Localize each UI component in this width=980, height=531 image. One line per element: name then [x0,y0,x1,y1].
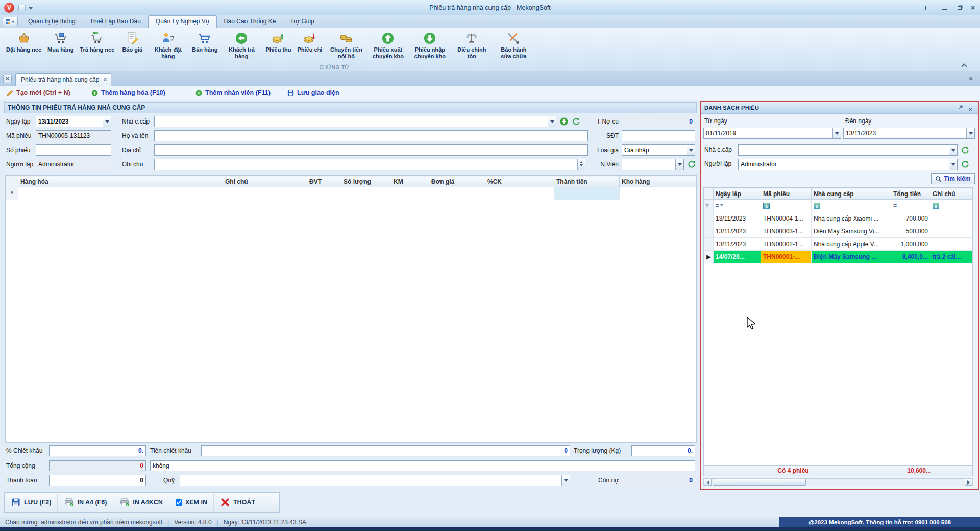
panel-nha-ccap-input[interactable] [738,144,958,156]
nguoi-lap-input[interactable] [36,159,111,170]
doc-tab-close-icon[interactable]: × [103,76,107,83]
tab-strip-close-button[interactable]: × [3,75,12,83]
xem-in-checkbox[interactable] [176,499,182,506]
quick-access-icon[interactable] [18,5,26,11]
receipt-row[interactable]: 13/11/2023 THN00002-1... Nhà cung cấp Ap… [704,238,973,251]
save-button[interactable]: LƯU (F2) [5,494,58,511]
cell-dvt[interactable] [307,187,341,200]
col-ghi-chu[interactable]: Ghi chú [930,188,964,200]
quick-access-caret-icon[interactable] [29,7,33,12]
ribbon-item-phieu-xuat-chuyen-kho[interactable]: Phiếu xuất chuyển kho [367,30,409,60]
thanh-toan-input[interactable] [49,475,146,486]
menu-tab-quan-ly-nghiep-vu[interactable]: Quản Lý Nghiệp Vụ [148,15,217,28]
n-vien-input[interactable] [622,159,684,170]
ngay-lap-input[interactable] [36,116,111,127]
receipt-row[interactable]: 13/11/2023 THN00004-1... Nhà cung cấp Xi… [704,212,973,225]
col-thanh-tien[interactable]: Thành tiền [554,176,620,187]
nha-ccap-combo[interactable] [154,116,556,127]
chevron-down-icon[interactable] [675,159,683,170]
scroll-right-button[interactable] [965,479,972,486]
new-button[interactable]: Tạo mới (Ctrl + N) [6,88,70,98]
nha-ccap-input[interactable] [154,116,556,127]
fullscreen-button[interactable] [921,3,935,13]
restore-button[interactable] [952,3,967,13]
panel-nguoi-lap-combo[interactable] [738,159,958,170]
ribbon-item-chuyen-tien-noi-bo[interactable]: Chuyển tiền nội bộ [325,30,367,60]
chevron-down-icon[interactable] [949,145,957,155]
col-ghi-chu[interactable]: Ghi chú [223,176,307,187]
doc-tab-phieu-tra-hang[interactable]: Phiếu trả hàng nhà cung cấp × [15,73,111,86]
filter-tong-tien[interactable]: = [891,200,930,212]
quy-combo[interactable] [180,475,570,486]
tong-cong-input[interactable] [49,460,146,471]
col-so-luong[interactable]: Số lượng [341,176,391,187]
col-ngay-lap[interactable]: Ngày lập [714,188,761,200]
sdt-input[interactable] [622,130,695,141]
ribbon-item-phieu-nhap-chuyen-kho[interactable]: Phiếu nhập chuyển kho [409,30,451,60]
filter-ma-phieu[interactable]: a [761,200,812,212]
chevron-down-icon[interactable] [832,128,841,138]
panel-nguoi-lap-input[interactable] [738,159,958,170]
refresh-employee-icon[interactable] [687,160,696,169]
horizontal-scrollbar[interactable] [703,478,973,486]
cell-so-luong[interactable] [341,187,391,200]
filter-nha-cung-cap[interactable]: a [812,200,891,212]
print-a4-button[interactable]: 2 IN A4 (F6) [58,494,113,511]
col-pct-ck[interactable]: %CK [485,176,554,187]
ribbon-item-dat-hang-ncc[interactable]: Đặt hàng ncc [3,30,44,53]
app-menu-button[interactable] [3,17,18,26]
col-dvt[interactable]: ĐVT [307,176,341,187]
so-phieu-input[interactable] [36,144,111,156]
ngay-lap-datepicker[interactable] [36,116,111,127]
add-employee-button[interactable]: Thêm nhân viên (F11) [195,88,271,98]
refresh-supplier-icon[interactable] [572,117,581,126]
items-grid-new-row[interactable]: * [6,187,697,200]
tu-ngay-input[interactable] [703,128,841,139]
chevron-down-icon[interactable] [949,159,957,170]
col-kho-hang[interactable]: Kho hàng [620,176,697,187]
chevron-down-icon[interactable] [548,116,556,127]
ho-va-ten-input[interactable] [154,130,588,141]
ribbon-item-dieu-chinh-ton[interactable]: Điều chỉnh tồn [451,30,493,60]
panel-nha-ccap-combo[interactable] [738,144,958,156]
ribbon-item-tra-hang-ncc[interactable]: Trả hàng ncc [77,30,117,53]
con-no-input[interactable] [622,475,695,486]
ribbon-item-phieu-chi[interactable]: Phiếu chi [295,30,326,53]
close-button[interactable]: × [967,3,979,13]
tong-cong-text-input[interactable] [150,460,695,471]
quy-input[interactable] [180,475,570,486]
col-tong-tien[interactable]: Tổng tiền [891,188,930,200]
filter-ngay-lap[interactable]: = [714,200,761,212]
col-km[interactable]: KM [391,176,429,187]
col-don-gia[interactable]: Đơn giá [429,176,485,187]
ribbon-item-bao-gia[interactable]: Báo giá [117,30,147,53]
add-item-button[interactable]: Thêm hàng hóa (F10) [91,88,165,98]
pin-icon[interactable] [958,104,964,111]
chevron-down-icon[interactable] [561,475,570,486]
ribbon-item-bao-hanh-sua-chua[interactable]: Bảo hành sửa chữa [493,30,534,60]
den-ngay-input[interactable] [843,128,975,139]
cell-thanh-tien[interactable] [554,187,620,200]
cell-kho-hang[interactable] [620,187,697,200]
n-vien-combo[interactable] [622,159,684,170]
tu-ngay-datepicker[interactable] [703,128,841,139]
chevron-down-icon[interactable] [966,128,974,138]
ma-phieu-input[interactable] [36,130,111,141]
exit-button[interactable]: THOÁT [214,494,261,511]
loai-gia-combo[interactable] [622,144,695,156]
save-layout-button[interactable]: Lưu giao diện [287,88,339,98]
loai-gia-input[interactable] [622,144,695,156]
menu-tab-quan-tri-he-thong[interactable]: Quản trị hệ thống [21,16,83,28]
chevron-down-icon[interactable] [687,145,695,155]
ribbon-collapse-chevron-icon[interactable] [962,63,967,68]
pct-chiet-khau-input[interactable] [49,445,146,456]
cell-hang-hoa[interactable] [18,187,223,200]
col-nha-cung-cap[interactable]: Nhà cung cấp [812,188,891,200]
ribbon-item-khach-tra-hang[interactable]: Khách trả hàng [220,30,262,60]
filter-row[interactable]: = a a = a [704,200,973,212]
ribbon-item-mua-hang[interactable]: Mua hàng [44,30,77,53]
col-ma-phieu[interactable]: Mã phiếu [761,188,812,200]
receipt-row[interactable]: 13/11/2023 THN00003-1... Điện Máy Samsun… [704,225,973,238]
print-a4kcn-button[interactable]: 2 IN A4KCN [113,494,169,511]
panel-close-icon[interactable]: × [969,104,972,115]
